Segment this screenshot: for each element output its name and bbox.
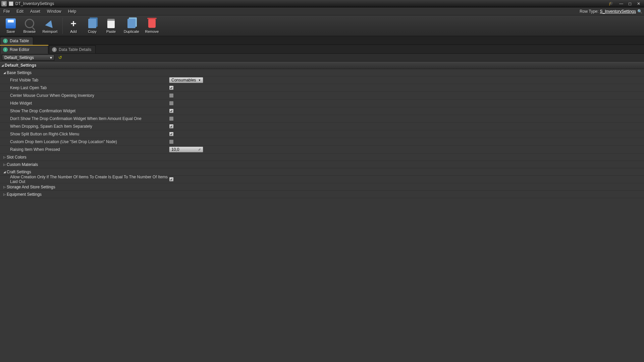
menu-bar: File Edit Asset Window Help Row Type: S_… — [0, 7, 644, 15]
prop-label: Center Mouse Cursor When Opening Invento… — [0, 93, 168, 98]
save-label: Save — [6, 29, 15, 34]
arrow-right-icon: ▷ — [3, 156, 7, 159]
reimport-button[interactable]: Reimport — [40, 16, 60, 35]
keep-last-open-tab-checkbox[interactable] — [169, 85, 174, 90]
maximize-button[interactable]: ◻ — [626, 1, 634, 6]
prop-allow-creation: Allow Creation Only If The Number Of Ite… — [0, 176, 644, 183]
custom-drop-loc-checkbox[interactable] — [169, 139, 174, 144]
prop-label: Raising Item When Pressed — [0, 147, 168, 152]
browse-button[interactable]: Browse — [21, 16, 38, 35]
center-mouse-checkbox[interactable] — [169, 93, 174, 98]
browse-icon — [25, 19, 34, 28]
arrow-down-icon: ◢ — [3, 71, 7, 74]
row-selector-value: Default_Settings — [4, 55, 34, 60]
prop-label: Allow Creation Only If The Number Of Ite… — [0, 175, 168, 184]
add-button[interactable]: + Add — [65, 16, 82, 35]
menu-file[interactable]: File — [0, 7, 13, 15]
copy-label: Copy — [88, 29, 97, 34]
close-button[interactable]: ✕ — [635, 1, 643, 6]
reset-icon[interactable]: ↺ — [58, 55, 62, 60]
category-equipment-label: Equipment Settings — [7, 192, 42, 197]
toolbar-separator — [62, 18, 63, 34]
hide-widget-checkbox[interactable] — [169, 101, 174, 106]
menu-asset[interactable]: Asset — [27, 7, 44, 15]
paste-icon — [107, 19, 115, 28]
prop-label: Hide Widget — [0, 101, 168, 106]
paste-label: Paste — [106, 29, 116, 34]
remove-label: Remove — [145, 29, 159, 34]
duplicate-button[interactable]: Duplicate — [121, 16, 142, 35]
add-icon: + — [70, 18, 76, 29]
minimize-button[interactable]: — — [617, 1, 625, 6]
raising-item-input[interactable]: 10,0 ⤢ — [169, 146, 203, 153]
prop-custom-drop-loc: Custom Drop Item Location (Use "Set Drop… — [0, 138, 644, 146]
first-visible-tab-dropdown[interactable]: Consumables ▼ — [169, 77, 203, 83]
tab-row-editor[interactable]: i Row Editor — [0, 46, 48, 54]
category-storage-label: Storage And Store Settings — [7, 185, 55, 189]
save-icon — [6, 18, 16, 28]
save-button[interactable]: Save — [2, 16, 19, 35]
dont-show-drop-confirm-one-checkbox[interactable] — [169, 116, 174, 121]
duplicate-label: Duplicate — [124, 29, 139, 34]
reimport-label: Reimport — [43, 29, 58, 34]
show-split-rmb-checkbox[interactable] — [169, 132, 174, 136]
remove-button[interactable]: Remove — [143, 16, 161, 35]
arrow-down-icon: ◢ — [1, 64, 5, 67]
prop-dont-show-drop-confirm-one: Don't Show The Drop Confirmation Widget … — [0, 115, 644, 123]
window-title: DT_InventorySettings — [15, 1, 54, 6]
menu-edit[interactable]: Edit — [13, 7, 27, 15]
row-type-value[interactable]: S_InventorySettings — [600, 9, 636, 14]
arrow-down-icon: ◢ — [3, 170, 7, 174]
prop-show-drop-confirm: Show The Drop Confirmation Widget — [0, 107, 644, 115]
add-label: Add — [70, 29, 77, 34]
tab-row-editor-label: Row Editor — [10, 47, 30, 52]
prop-label: Custom Drop Item Location (Use "Set Drop… — [0, 139, 168, 144]
copy-button[interactable]: Copy — [84, 16, 101, 35]
dropdown-value: Consumables — [171, 78, 196, 82]
row-type-label: Row Type: — [580, 9, 598, 14]
category-base-label: Base Settings — [7, 70, 32, 75]
category-equipment-settings[interactable]: ▷ Equipment Settings — [0, 191, 644, 198]
spawn-separately-checkbox[interactable] — [169, 124, 174, 129]
category-craft-label: Craft Settings — [7, 170, 31, 174]
prop-first-visible-tab: First Visible Tab Consumables ▼ — [0, 76, 644, 84]
paste-button[interactable]: Paste — [102, 16, 120, 35]
arrow-right-icon: ▷ — [3, 185, 7, 189]
prop-label: Keep Last Open Tab — [0, 85, 168, 90]
info-icon: i — [3, 47, 8, 52]
show-drop-confirm-checkbox[interactable] — [169, 109, 174, 113]
ue-logo-icon: U — [1, 1, 7, 6]
menu-window[interactable]: Window — [44, 7, 65, 15]
main-tab-row: i Data Table — [0, 36, 644, 45]
row-selector-dropdown[interactable]: Default_Settings ▾ — [2, 55, 54, 61]
tab-data-table-details-label: Data Table Details — [59, 47, 91, 52]
prop-hide-widget: Hide Widget — [0, 100, 644, 107]
arrow-right-icon: ▷ — [3, 163, 7, 166]
search-icon[interactable]: 🔍 — [637, 9, 642, 14]
toolbar: Save Browse Reimport + Add Copy Paste Du… — [0, 15, 644, 36]
details-panel: ◢ Default_Settings ◢ Base Settings First… — [0, 62, 644, 362]
chevron-down-icon: ▼ — [198, 79, 201, 82]
expand-icon: ⤢ — [198, 148, 201, 151]
category-base-settings[interactable]: ◢ Base Settings — [0, 69, 644, 76]
copy-icon — [88, 19, 96, 28]
sub-tab-row: i Row Editor i Data Table Details — [0, 45, 644, 54]
number-value: 10,0 — [171, 147, 179, 152]
category-slot-colors[interactable]: ▷ Slot Colors — [0, 154, 644, 161]
chevron-down-icon: ▾ — [50, 55, 52, 60]
tab-data-table[interactable]: i Data Table — [0, 37, 33, 45]
section-header-label: Default_Settings — [5, 63, 37, 68]
prop-center-mouse: Center Mouse Cursor When Opening Invento… — [0, 92, 644, 100]
tab-data-table-details[interactable]: i Data Table Details — [49, 45, 96, 53]
prop-label: When Dropping, Spawn Each Item Separatel… — [0, 124, 168, 129]
section-header-default-settings[interactable]: ◢ Default_Settings — [0, 62, 644, 69]
prop-raising-item: Raising Item When Pressed 10,0 ⤢ — [0, 146, 644, 154]
menu-help[interactable]: Help — [65, 7, 80, 15]
category-storage-settings[interactable]: ▷ Storage And Store Settings — [0, 183, 644, 191]
allow-creation-checkbox[interactable] — [169, 177, 174, 182]
tutorial-icon[interactable]: 🎓 — [608, 1, 614, 6]
prop-keep-last-open-tab: Keep Last Open Tab — [0, 84, 644, 92]
prop-show-split-rmb: Show Split Button on Right-Click Menu — [0, 130, 644, 138]
prop-label: Show The Drop Confirmation Widget — [0, 109, 168, 113]
category-custom-materials[interactable]: ▷ Custom Materials — [0, 161, 644, 168]
